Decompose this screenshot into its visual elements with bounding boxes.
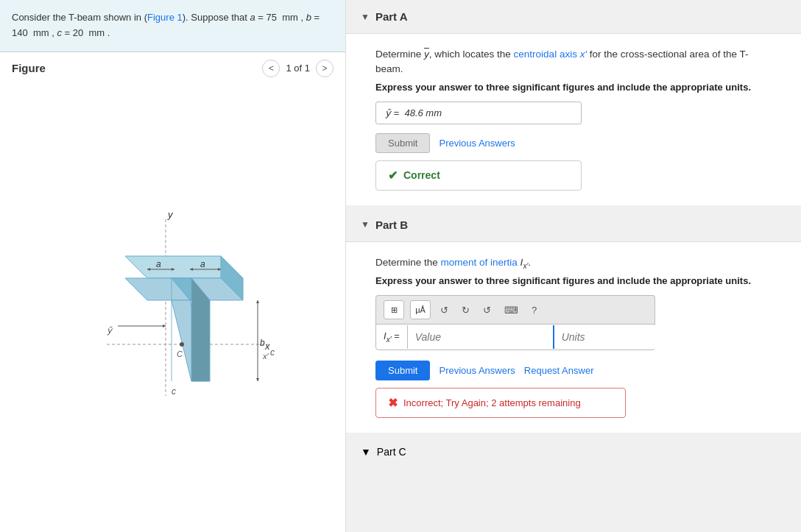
part-c-label: Part C: [377, 446, 406, 458]
undo-icon[interactable]: ↺: [437, 302, 452, 318]
part-b-answer-input-row: Ix′ =: [375, 324, 655, 350]
part-a-arrow: ▼: [361, 12, 370, 22]
tbeam-figure: y x ȳ c: [63, 205, 283, 411]
part-b-section: ▼ Part B Determine the moment of inertia…: [346, 208, 801, 433]
svg-text:a: a: [200, 259, 205, 269]
part-b-question: Determine the moment of inertia Ix′.: [375, 255, 772, 272]
problem-statement: Consider the T-beam shown in (Figure 1).…: [0, 0, 345, 52]
mu-button[interactable]: μÅ: [410, 300, 431, 319]
part-a-question: Determine y, which locates the centroida…: [375, 47, 772, 77]
svg-text:a: a: [156, 259, 161, 269]
part-c-arrow: ▼: [361, 446, 371, 458]
figure-nav: < 1 of 1 >: [262, 60, 334, 77]
figure-next-button[interactable]: >: [316, 60, 334, 77]
part-a-label: Part A: [375, 10, 408, 23]
svg-marker-28: [163, 324, 166, 327]
part-a-correct-box: ✔ Correct: [375, 160, 582, 191]
svg-marker-23: [256, 378, 259, 381]
part-b-content: Determine the moment of inertia Ix′. Exp…: [346, 242, 801, 433]
part-c-section: ▼ Part C: [346, 436, 801, 468]
reset-icon[interactable]: ↺: [479, 302, 495, 318]
left-panel: Consider the T-beam shown in (Figure 1).…: [0, 0, 346, 532]
right-panel: ▼ Part A Determine y, which locates the …: [346, 0, 801, 532]
part-a-header[interactable]: ▼ Part A: [346, 0, 801, 34]
svg-text:ȳ: ȳ: [107, 325, 113, 336]
part-b-incorrect-box: ✖ Incorrect; Try Again; 2 attempts remai…: [375, 388, 626, 418]
part-a-action-row: Submit Previous Answers: [375, 133, 772, 153]
figure-area: Figure < 1 of 1 > y x ȳ: [0, 52, 345, 532]
svg-text:C: C: [177, 350, 183, 358]
part-b-toolbar: ⊞ μÅ ↺ ↻ ↺ ⌨ ?: [375, 295, 655, 324]
part-a-content: Determine y, which locates the centroida…: [346, 34, 801, 205]
svg-point-25: [180, 342, 184, 347]
svg-text:x′: x′: [262, 352, 269, 361]
svg-text:x: x: [264, 341, 270, 352]
incorrect-message: Incorrect; Try Again; 2 attempts remaini…: [403, 397, 581, 408]
part-a-previous-answers-link[interactable]: Previous Answers: [439, 138, 515, 149]
help-icon[interactable]: ?: [528, 302, 540, 318]
figure-page-indicator: 1 of 1: [286, 63, 310, 74]
part-a-answer-display: ȳ = 48.6 mm: [375, 102, 582, 124]
figure-prev-button[interactable]: <: [262, 60, 280, 77]
correct-label: Correct: [403, 169, 440, 181]
part-b-request-answer-link[interactable]: Request Answer: [524, 365, 594, 376]
figure-title: Figure: [12, 62, 46, 74]
x-icon: ✖: [388, 396, 398, 410]
svg-text:y: y: [167, 209, 174, 220]
part-b-label: Part B: [375, 219, 408, 231]
svg-text:c: c: [172, 386, 176, 397]
keyboard-icon[interactable]: ⌨: [501, 302, 522, 318]
matrix-button[interactable]: ⊞: [384, 300, 404, 319]
part-b-arrow: ▼: [361, 219, 370, 230]
part-a-answer-row: ȳ = 48.6 mm: [375, 102, 772, 124]
part-b-submit-button[interactable]: Submit: [375, 361, 430, 380]
part-b-header[interactable]: ▼ Part B: [346, 208, 801, 242]
figure-image-container: y x ȳ c: [0, 83, 345, 532]
redo-icon[interactable]: ↻: [458, 302, 473, 318]
figure-header: Figure < 1 of 1 >: [0, 60, 345, 83]
part-a-section: ▼ Part A Determine y, which locates the …: [346, 0, 801, 205]
part-a-submit-button[interactable]: Submit: [375, 133, 430, 153]
part-b-value-input[interactable]: [407, 325, 553, 349]
figure-link[interactable]: Figure 1: [147, 12, 183, 23]
part-c-header[interactable]: ▼ Part C: [346, 436, 801, 468]
part-b-previous-answers-link[interactable]: Previous Answers: [439, 365, 515, 376]
part-b-instruction: Express your answer to three significant…: [375, 275, 772, 286]
svg-text:b: b: [260, 338, 265, 348]
part-b-action-row: Submit Previous Answers Request Answer: [375, 361, 772, 380]
svg-marker-22: [256, 300, 259, 303]
check-icon: ✔: [388, 169, 398, 182]
part-b-units-input[interactable]: [553, 325, 699, 349]
part-b-answer-label: Ix′ =: [376, 324, 407, 350]
part-a-instruction: Express your answer to three significant…: [375, 82, 772, 93]
svg-text:c: c: [270, 347, 275, 358]
